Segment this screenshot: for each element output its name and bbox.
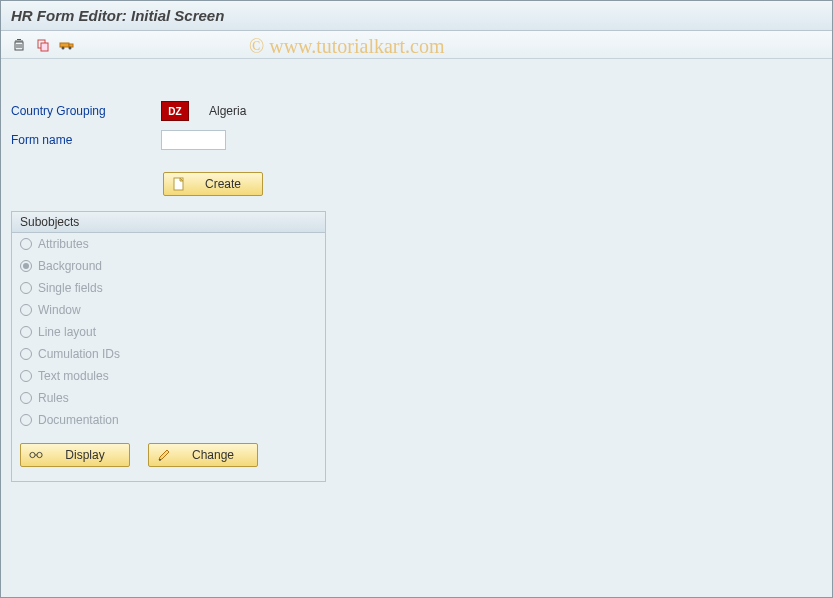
radio-row-window[interactable]: Window <box>12 299 325 321</box>
radio-icon <box>20 282 32 294</box>
radio-icon <box>20 326 32 338</box>
create-row: Create <box>163 172 822 196</box>
radio-label: Documentation <box>38 413 119 427</box>
change-button-label: Change <box>177 448 249 462</box>
svg-marker-17 <box>159 450 169 460</box>
svg-rect-7 <box>41 43 48 51</box>
page-title: HR Form Editor: Initial Screen <box>11 7 224 24</box>
radio-icon <box>20 414 32 426</box>
form-name-input[interactable] <box>161 130 226 150</box>
country-grouping-row: Country Grouping DZ Algeria <box>11 99 822 123</box>
copy-icon[interactable] <box>35 37 51 53</box>
create-button[interactable]: Create <box>163 172 263 196</box>
subobjects-header: Subobjects <box>12 212 325 233</box>
trash-icon[interactable] <box>11 37 27 53</box>
radio-label: Text modules <box>38 369 109 383</box>
radio-label: Rules <box>38 391 69 405</box>
create-button-label: Create <box>192 177 254 191</box>
radio-label: Window <box>38 303 81 317</box>
groupbox-buttons: Display Change <box>12 431 325 471</box>
country-code-badge[interactable]: DZ <box>161 101 189 121</box>
radio-icon <box>20 238 32 250</box>
radio-row-rules[interactable]: Rules <box>12 387 325 409</box>
radio-row-text-modules[interactable]: Text modules <box>12 365 325 387</box>
change-button[interactable]: Change <box>148 443 258 467</box>
radio-label: Background <box>38 259 102 273</box>
form-name-row: Form name <box>11 128 822 152</box>
radio-label: Attributes <box>38 237 89 251</box>
radio-label: Line layout <box>38 325 96 339</box>
content-area: Country Grouping DZ Algeria Form name Cr… <box>1 59 832 492</box>
document-new-icon <box>172 177 186 191</box>
pencil-icon <box>157 448 171 462</box>
radio-icon <box>20 392 32 404</box>
svg-rect-8 <box>60 43 69 47</box>
radio-label: Single fields <box>38 281 103 295</box>
form-name-label: Form name <box>11 133 161 147</box>
radio-row-single-fields[interactable]: Single fields <box>12 277 325 299</box>
title-bar: HR Form Editor: Initial Screen <box>1 1 832 31</box>
svg-point-15 <box>37 452 42 457</box>
subobjects-list: AttributesBackgroundSingle fieldsWindowL… <box>12 233 325 431</box>
country-name-text: Algeria <box>209 104 246 118</box>
svg-point-10 <box>62 46 65 49</box>
radio-row-background[interactable]: Background <box>12 255 325 277</box>
radio-icon <box>20 260 32 272</box>
display-button-label: Display <box>49 448 121 462</box>
transport-icon[interactable] <box>59 37 75 53</box>
svg-rect-9 <box>69 44 73 47</box>
glasses-icon <box>29 448 43 462</box>
radio-row-line-layout[interactable]: Line layout <box>12 321 325 343</box>
toolbar <box>1 31 832 59</box>
svg-point-11 <box>69 46 72 49</box>
country-grouping-label: Country Grouping <box>11 104 161 118</box>
radio-row-cumulation-ids[interactable]: Cumulation IDs <box>12 343 325 365</box>
display-button[interactable]: Display <box>20 443 130 467</box>
subobjects-groupbox: Subobjects AttributesBackgroundSingle fi… <box>11 211 326 482</box>
radio-row-documentation[interactable]: Documentation <box>12 409 325 431</box>
radio-label: Cumulation IDs <box>38 347 120 361</box>
radio-icon <box>20 370 32 382</box>
radio-icon <box>20 304 32 316</box>
svg-point-14 <box>30 452 35 457</box>
radio-icon <box>20 348 32 360</box>
radio-row-attributes[interactable]: Attributes <box>12 233 325 255</box>
